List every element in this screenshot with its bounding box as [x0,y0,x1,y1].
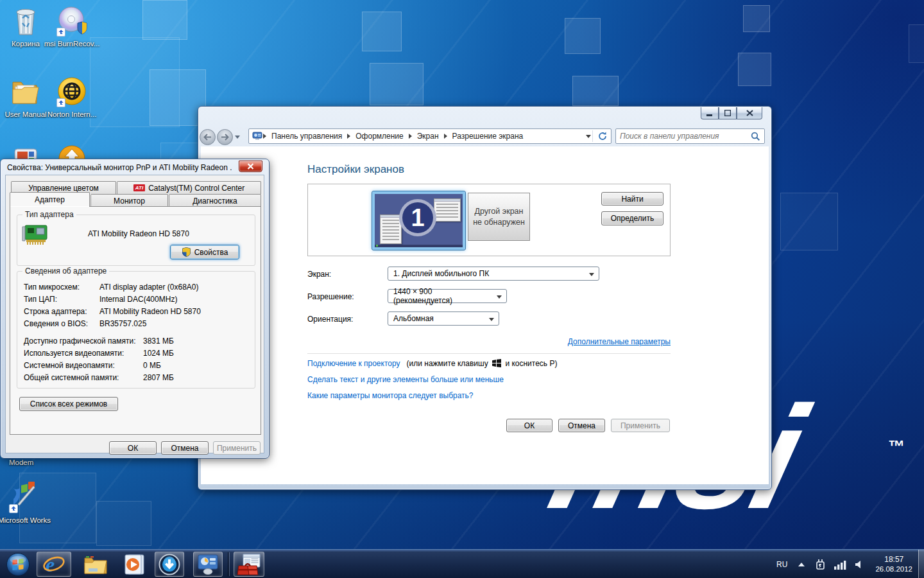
forward-button[interactable] [217,129,233,145]
recent-pages-dropdown-icon[interactable] [235,136,240,139]
dialog-close-button[interactable] [239,161,262,172]
works-icon [8,482,40,514]
connect-projector-link[interactable]: Подключение к проектору [307,359,400,368]
close-button[interactable] [737,107,762,119]
taskbar-download-app[interactable] [155,552,184,577]
clock[interactable]: 18:57 26.08.2012 [869,555,919,574]
taskbar-internet-explorer[interactable]: e [37,552,71,577]
system-tray: RU 18:57 26.08.2012 [771,550,919,578]
adapter-name: ATI Mobility Radeon HD 5870 [88,229,189,238]
desktop-icon-microsoft-works[interactable]: Microsoft Works [0,482,54,525]
list-all-modes-button[interactable]: Список всех режимов [19,397,118,411]
breadcrumb-appearance[interactable]: Оформление [351,132,407,141]
tab-label: Монитор [114,197,145,206]
tab-monitor[interactable]: Монитор [90,194,168,207]
breadcrumb-separator [347,134,350,139]
monitor-1-preview[interactable]: 1 [372,191,465,250]
info-label: Тип микросхем: [24,283,99,292]
info-value: 0 МБ [143,361,161,370]
tab-diagnostics[interactable]: Диагностика [169,194,261,207]
advanced-settings-link[interactable]: Дополнительные параметры [567,337,671,346]
power-plug-icon[interactable] [814,558,826,570]
projector-hint-pre: (или нажмите клавишу [407,359,488,368]
desktop-icon-norton[interactable]: Norton Intern... [42,76,101,119]
taskbar-control-panel[interactable] [193,552,223,577]
wallpaper-square [780,193,838,250]
search-box[interactable] [615,128,765,144]
refresh-icon[interactable] [597,131,608,141]
wallpaper-square [96,501,151,546]
info-label: Сведения о BIOS: [24,319,99,328]
chevron-down-icon [589,273,594,276]
group-title: Сведения об адаптере [22,267,109,276]
cancel-button[interactable]: Отмена [558,419,605,432]
minimize-button[interactable] [701,107,719,119]
ati-logo-icon: ATI [133,184,145,191]
taskbar-media-player[interactable] [118,552,150,577]
breadcrumb-control-panel[interactable]: Панель управления [267,132,346,141]
apply-button[interactable]: Применить [611,419,670,432]
maximize-button[interactable] [719,107,737,119]
chevron-down-icon [489,318,494,321]
hidden-icons-button[interactable] [798,563,805,566]
info-label: Системной видеопамяти: [24,361,143,370]
info-label: Общей системной памяти: [24,373,143,382]
dialog-apply-button[interactable]: Применить [213,441,261,455]
show-desktop-button[interactable] [918,550,924,578]
monitor-preview-panel: 1 Другой экран не обнаружен Найти Опреде… [307,184,671,256]
tab-catalyst-control-center[interactable]: ATI Catalyst(TM) Control Center [117,181,261,194]
text-size-link[interactable]: Сделать текст и другие элементы больше и… [307,375,504,384]
clock-date: 26.08.2012 [875,565,912,574]
address-dropdown-icon[interactable] [586,135,591,138]
shortcut-arrow-icon [9,504,18,513]
info-label: Тип ЦАП: [24,295,99,304]
volume-icon[interactable] [855,559,865,570]
wallpaper-square [370,63,424,105]
identify-button[interactable]: Определить [601,211,663,225]
dialog-cancel-button[interactable]: Отмена [161,441,209,455]
other-display-placeholder[interactable]: Другой экран не обнаружен [468,193,530,241]
screen-dropdown[interactable]: 1. Дисплей мобильного ПК [388,267,599,281]
find-button[interactable]: Найти [601,192,663,206]
list-modes-label: Список всех режимов [30,399,108,408]
search-input[interactable] [616,132,751,141]
dialog-ok-button[interactable]: ОК [109,441,157,455]
ok-button-label: ОК [128,444,138,453]
windows-start-orb-icon [6,552,30,577]
breadcrumb-display[interactable]: Экран [413,132,443,141]
toolbox-icon [237,553,261,576]
language-indicator[interactable]: RU [771,560,792,569]
tab-adapter[interactable]: Адаптер [10,192,90,207]
display-help-link[interactable]: Какие параметры монитора следует выбрать… [307,391,474,400]
folder-icon [83,554,108,575]
breadcrumb-screen-resolution[interactable]: Разрешение экрана [448,132,528,141]
taskbar-windows-explorer[interactable] [80,552,112,577]
window-titlebar[interactable] [198,107,771,126]
resolution-dropdown[interactable]: 924 × 578 (рекомендуется) [388,289,507,303]
adapter-type-group: Тип адаптера ATI Mobility Radeon HD 5870 [17,215,255,266]
adapter-properties-button[interactable]: Свойства [170,245,239,259]
tab-label: Адаптер [35,195,65,204]
desktop-icon-burn-recovery[interactable]: msi BurnRecov... [42,5,101,48]
cd-shield-icon [56,5,88,37]
desktop-icon-modem-label[interactable]: Modem [9,458,50,467]
group-title: Тип адаптера [22,210,76,219]
download-orb-icon [158,554,180,575]
start-button[interactable] [4,552,32,577]
info-value: 1024 МБ [143,349,174,358]
screen-dropdown-value: 1. Дисплей мобильного ПК [393,269,489,278]
projector-row: Подключение к проектору (или нажмите кла… [307,359,557,368]
address-bar[interactable]: Панель управления Оформление Экран Разре… [248,128,612,144]
norton-globe-icon [56,76,88,108]
apply-button-label: Применить [217,444,257,453]
shortcut-arrow-icon [56,28,65,37]
taskbar-toolbox-app[interactable] [234,552,264,577]
back-button[interactable] [200,129,216,145]
search-icon[interactable] [751,132,760,141]
folder-icon [10,76,42,108]
info-value: 2807 МБ [143,373,174,382]
orientation-dropdown[interactable]: Альбомная [388,311,499,326]
ok-button[interactable]: ОК [506,419,552,432]
taskbar-separator [228,552,230,576]
network-signal-icon[interactable] [834,559,847,570]
